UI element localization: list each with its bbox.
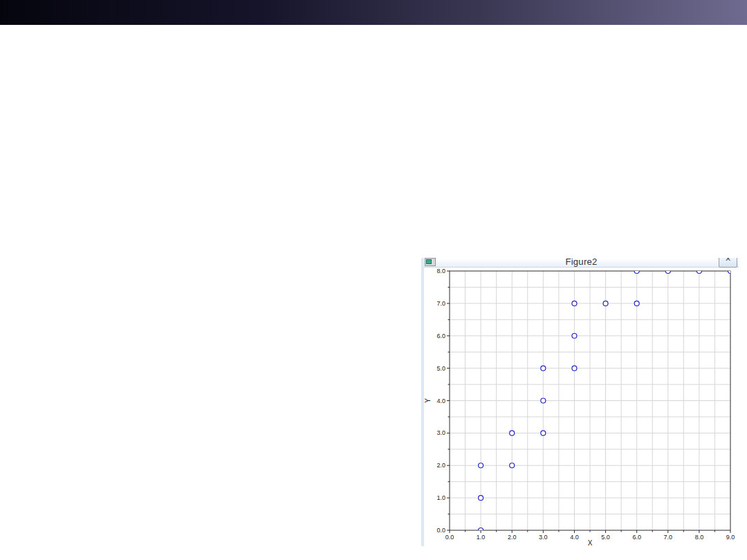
svg-text:7.0: 7.0 xyxy=(436,300,445,307)
close-button[interactable]: ✕ xyxy=(719,258,737,268)
svg-text:4.0: 4.0 xyxy=(570,534,579,541)
svg-text:7.0: 7.0 xyxy=(664,534,673,541)
svg-text:6.0: 6.0 xyxy=(436,333,445,339)
top-gradient-bar xyxy=(0,0,747,25)
svg-text:8.0: 8.0 xyxy=(436,268,445,274)
svg-text:5.0: 5.0 xyxy=(436,365,445,372)
window-title-bar[interactable]: Figure2 xyxy=(424,258,739,268)
window-menu-icon[interactable] xyxy=(425,258,436,266)
svg-text:X: X xyxy=(588,539,593,547)
close-icon: ✕ xyxy=(725,258,731,263)
figure-plot: 0.01.02.03.04.05.06.07.08.09.00.01.02.03… xyxy=(421,270,739,547)
svg-text:2.0: 2.0 xyxy=(508,534,517,541)
svg-text:4.0: 4.0 xyxy=(436,398,445,404)
chart-glyph-icon xyxy=(426,259,432,264)
svg-text:0.0: 0.0 xyxy=(436,527,445,534)
svg-text:3.0: 3.0 xyxy=(436,429,445,436)
svg-text:8.0: 8.0 xyxy=(695,534,704,541)
svg-text:9.0: 9.0 xyxy=(726,534,735,541)
window-title: Figure2 xyxy=(424,258,739,267)
svg-text:5.0: 5.0 xyxy=(601,534,610,541)
svg-text:Y: Y xyxy=(424,398,432,403)
svg-text:1.0: 1.0 xyxy=(436,494,445,501)
svg-text:6.0: 6.0 xyxy=(632,534,641,541)
svg-text:2.0: 2.0 xyxy=(436,462,445,469)
figure-window: Figure2 ✕ 0.01.02.03.04.05.06.07.08.09.0… xyxy=(421,258,739,547)
svg-text:3.0: 3.0 xyxy=(539,534,548,541)
svg-text:0.0: 0.0 xyxy=(445,534,454,541)
svg-text:1.0: 1.0 xyxy=(477,534,486,541)
